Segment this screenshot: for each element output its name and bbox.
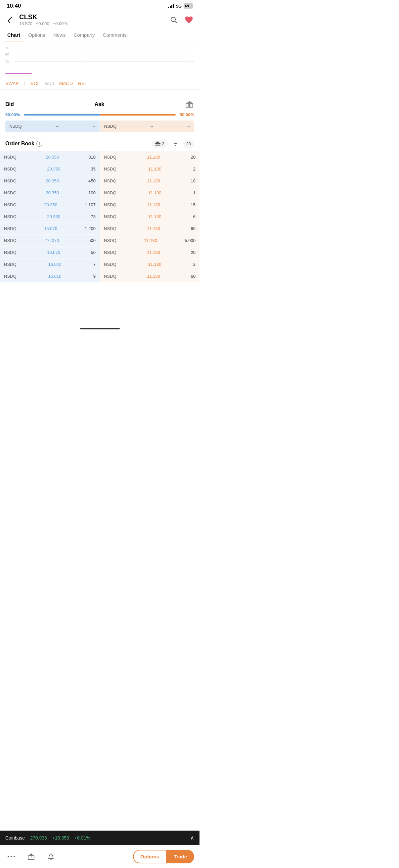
ob-bid-price: 20.350 bbox=[47, 166, 60, 172]
status-icons: 5G 69 bbox=[168, 3, 193, 9]
ob-bid-qty: 450 bbox=[88, 179, 96, 183]
ob-ask-qty: 20 bbox=[191, 250, 196, 255]
ob-ask-price: 11.130 bbox=[147, 274, 160, 279]
indicator-kdj[interactable]: KDJ bbox=[45, 81, 54, 86]
tab-comments[interactable]: Comments bbox=[99, 29, 131, 41]
ob-ask-price: 11.130 bbox=[144, 238, 157, 243]
svg-rect-12 bbox=[157, 144, 158, 145]
order-book-info-button[interactable]: i bbox=[36, 141, 42, 147]
favorite-button[interactable] bbox=[184, 14, 194, 25]
filter-button[interactable] bbox=[170, 139, 180, 149]
ob-bid-qty: 100 bbox=[88, 190, 96, 195]
chart-grid: 70 50 30 bbox=[0, 45, 199, 71]
order-book-table: NSDQ 20.350 810 NSDQ 11.130 20 NSDQ 20.3… bbox=[0, 151, 199, 282]
ob-ask-exchange: NSDQ bbox=[104, 226, 117, 231]
ob-bid-price: 16.070 bbox=[47, 250, 60, 255]
ob-bid-price: 16.010 bbox=[48, 262, 62, 267]
indicator-vol[interactable]: VOL bbox=[30, 81, 40, 86]
ticker-change: +0.000 bbox=[36, 21, 49, 26]
ob-bid-exchange: NSDQ bbox=[4, 238, 16, 243]
nav-tabs: Chart Options News Company Comments bbox=[0, 29, 199, 41]
filter-icon bbox=[172, 141, 179, 146]
ob-bid-cell: NSDQ 16.070 500 bbox=[0, 235, 100, 246]
tab-options[interactable]: Options bbox=[24, 29, 49, 41]
ob-bid-price: 20.350 bbox=[46, 190, 59, 195]
ob-bid-price: 20.350 bbox=[46, 179, 59, 183]
svg-rect-8 bbox=[186, 107, 193, 107]
ob-ask-price: 11.130 bbox=[148, 214, 162, 219]
table-row: NSDQ 16.010 7 NSDQ 11.130 2 bbox=[0, 258, 199, 271]
ob-bid-qty: 810 bbox=[88, 155, 96, 160]
indicator-vwap[interactable]: VWAP bbox=[5, 81, 19, 86]
ob-ask-exchange: NSDQ bbox=[104, 179, 117, 183]
indicator-macd[interactable]: MACD bbox=[59, 81, 73, 86]
tab-chart[interactable]: Chart bbox=[3, 29, 24, 41]
order-book-controls: 2 20 bbox=[152, 139, 194, 149]
ob-ask-qty: 60 bbox=[191, 226, 196, 231]
ask-percentage: 50.00% bbox=[177, 112, 194, 117]
ob-bid-exchange: NSDQ bbox=[4, 166, 16, 172]
home-bar bbox=[80, 328, 120, 330]
ob-bid-exchange: NSDQ bbox=[4, 262, 16, 267]
bid-bar bbox=[24, 114, 100, 116]
ob-bid-exchange: NSDQ bbox=[4, 155, 16, 160]
order-book-header: Order Book i 2 20 bbox=[0, 135, 199, 151]
svg-rect-4 bbox=[188, 104, 189, 107]
svg-rect-15 bbox=[155, 145, 161, 146]
header-actions bbox=[168, 14, 194, 25]
ob-bid-exchange: NSDQ bbox=[4, 274, 16, 279]
search-button[interactable] bbox=[168, 14, 179, 25]
ob-ask-exchange: NSDQ bbox=[104, 166, 117, 172]
heart-icon bbox=[185, 16, 193, 24]
ob-ask-price: 11.130 bbox=[147, 179, 160, 183]
bid-exchange: NSDQ bbox=[9, 124, 22, 129]
table-row: NSDQ 20.350 1,107 NSDQ 11.130 15 bbox=[0, 199, 199, 211]
svg-rect-13 bbox=[158, 144, 159, 145]
table-row: NSDQ 20.350 810 NSDQ 11.130 20 bbox=[0, 151, 199, 163]
table-row: NSDQ 20.350 450 NSDQ 11.130 18 bbox=[0, 175, 199, 187]
ticker-symbol: CLSK bbox=[19, 13, 164, 21]
ob-ask-cell: NSDQ 11.130 1 bbox=[100, 187, 199, 198]
grid-dash bbox=[15, 55, 194, 55]
status-time: 10:40 bbox=[7, 3, 21, 9]
ob-ask-cell: NSDQ 11.130 2 bbox=[100, 163, 199, 175]
ob-bid-cell: NSDQ 20.350 1,107 bbox=[0, 199, 100, 211]
chart-area: 70 50 30 bbox=[0, 41, 199, 74]
tab-company[interactable]: Company bbox=[69, 29, 99, 41]
table-row: NSDQ 16.010 9 NSDQ 11.130 60 bbox=[0, 271, 199, 282]
ob-bid-price: 16.070 bbox=[46, 238, 59, 243]
bid-ask-section: Bid Ask 50.00% 50.00% NSDQ -- - bbox=[0, 95, 199, 135]
svg-rect-7 bbox=[192, 104, 193, 107]
ob-bid-exchange: NSDQ bbox=[4, 190, 16, 195]
indicator-tabs: VWAP | VOL KDJ MACD RSI bbox=[0, 78, 199, 90]
bid-ask-bar: 50.00% 50.00% bbox=[5, 112, 194, 117]
ob-ask-cell: NSDQ 11.130 5,000 bbox=[100, 235, 199, 246]
ask-value: -- bbox=[187, 124, 190, 129]
ob-bid-cell: NSDQ 16.070 50 bbox=[0, 247, 100, 258]
ob-ask-price: 11.130 bbox=[147, 155, 160, 160]
bank-filter-badge[interactable]: 2 bbox=[152, 140, 167, 148]
bid-ask-progress-bar bbox=[24, 114, 176, 116]
ask-price: -- bbox=[151, 124, 154, 129]
svg-line-1 bbox=[175, 21, 177, 23]
ob-ask-cell: NSDQ 11.130 20 bbox=[100, 151, 199, 163]
ob-bid-qty: 1,200 bbox=[85, 226, 96, 231]
ob-bid-exchange: NSDQ bbox=[4, 226, 16, 231]
svg-marker-16 bbox=[155, 142, 161, 143]
indicator-rsi[interactable]: RSI bbox=[78, 81, 86, 86]
ob-bid-qty: 9 bbox=[93, 274, 96, 279]
ob-ask-cell: NSDQ 11.130 15 bbox=[100, 199, 199, 211]
ob-ask-price: 11.130 bbox=[147, 250, 160, 255]
ob-ask-cell: NSDQ 11.130 2 bbox=[100, 258, 199, 270]
back-button[interactable] bbox=[5, 15, 15, 25]
tab-news[interactable]: News bbox=[49, 29, 70, 41]
ob-bid-exchange: NSDQ bbox=[4, 250, 16, 255]
signal-icon bbox=[168, 4, 174, 8]
row-count-badge[interactable]: 20 bbox=[183, 140, 194, 148]
ob-bid-exchange: NSDQ bbox=[4, 179, 16, 183]
ob-bid-qty: 50 bbox=[91, 250, 96, 255]
ob-bid-qty: 73 bbox=[91, 214, 96, 219]
bank-count: 2 bbox=[162, 142, 164, 146]
ask-bar bbox=[100, 114, 176, 116]
bid-percentage: 50.00% bbox=[5, 112, 23, 117]
